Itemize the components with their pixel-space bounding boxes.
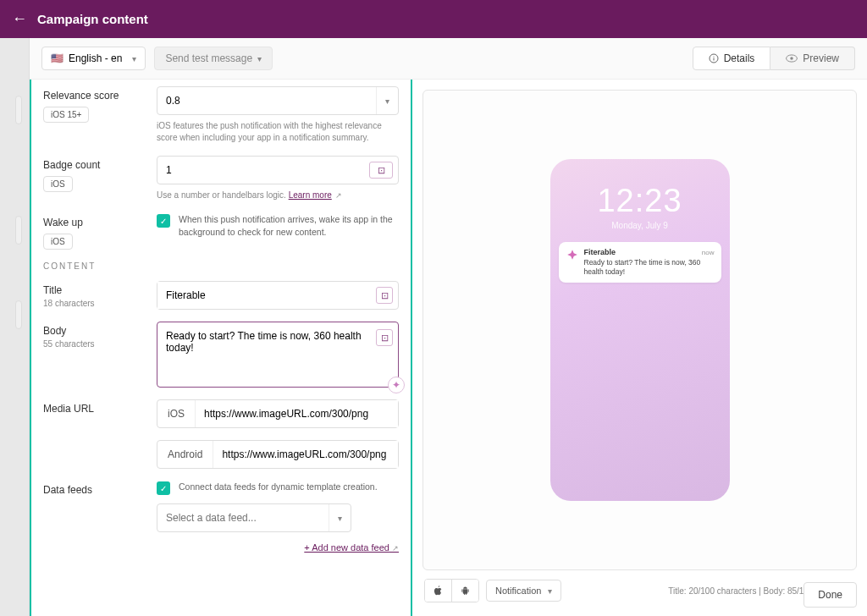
view-mode-segment: Details Preview <box>693 47 855 70</box>
us-flag-icon: 🇺🇸 <box>51 52 64 64</box>
badge-label: Badge count <box>43 159 146 171</box>
title-input[interactable] <box>157 282 376 309</box>
app-icon <box>566 248 579 261</box>
lockscreen-date: Monday, July 9 <box>550 221 730 230</box>
relevance-input[interactable] <box>157 87 376 114</box>
notif-body-text: Ready to start? The time is now, 360 hea… <box>584 258 715 277</box>
svg-point-1 <box>713 56 714 57</box>
relevance-label: Relevance score <box>43 90 146 102</box>
body-row: Body 55 characters ⊡ ✦ <box>43 322 399 388</box>
badge-input[interactable] <box>157 157 369 184</box>
datafeed-select[interactable] <box>157 503 351 532</box>
notification-card: Fiterable now Ready to start? The time i… <box>559 242 721 283</box>
lockscreen-time: 12:23 <box>550 183 730 219</box>
title-label: Title <box>43 284 146 296</box>
brackets-icon[interactable]: ⊡ <box>376 287 393 304</box>
preview-canvas: 12:23 Monday, July 9 Fiterable now <box>422 90 857 570</box>
title-charcount: 18 characters <box>43 299 146 308</box>
platform-tag-ios15: iOS 15+ <box>43 107 89 123</box>
content-section-heading: CONTENT <box>43 261 399 271</box>
platform-tag-ios: iOS <box>43 234 73 250</box>
chevron-down-icon <box>132 52 136 64</box>
phone-mockup: 12:23 Monday, July 9 Fiterable now <box>550 159 730 501</box>
media-url-ios-input[interactable] <box>196 400 398 427</box>
wakeup-row: Wake up iOS ✓ When this push notificatio… <box>43 213 399 250</box>
brackets-icon[interactable]: ⊡ <box>376 329 393 346</box>
app-header: ← Campaign content <box>0 0 867 38</box>
datafeeds-checkbox[interactable]: ✓ <box>157 481 170 495</box>
notif-time: now <box>702 249 715 256</box>
android-icon <box>461 586 470 596</box>
notif-app-name: Fiterable <box>584 248 616 256</box>
title-row: Title 18 characters ⊡ <box>43 281 399 310</box>
badge-row: Badge count iOS ⊡ Use a number or handel… <box>43 156 399 201</box>
ai-sparkle-icon[interactable]: ✦ <box>388 377 405 393</box>
wakeup-desc: When this push notification arrives, wak… <box>179 213 399 238</box>
media-url-android-wrap: Android <box>157 440 399 469</box>
svg-point-4 <box>791 57 794 60</box>
language-selector[interactable]: 🇺🇸 English - en <box>41 47 146 70</box>
editor-toolbar: 🇺🇸 English - en Send test message Detail… <box>30 38 867 80</box>
media-url-ios-row: Media URL iOS <box>43 399 399 428</box>
relevance-row: Relevance score iOS 15+ iOS features the… <box>43 86 399 144</box>
left-gutter <box>0 38 30 616</box>
info-icon <box>709 53 719 63</box>
content-column: 🇺🇸 English - en Send test message Detail… <box>30 38 867 616</box>
platform-toggle <box>424 579 479 602</box>
body-charcount: 55 characters <box>43 339 146 349</box>
preview-tab[interactable]: Preview <box>770 47 855 70</box>
form-panel: Relevance score iOS 15+ iOS features the… <box>30 80 412 616</box>
platform-tag-ios: iOS <box>43 176 73 192</box>
editor-panels: Relevance score iOS 15+ iOS features the… <box>30 80 867 616</box>
datafeeds-row: Data feeds ✓ Connect data feeds for dyna… <box>43 481 399 554</box>
platform-prefix-android: Android <box>157 441 213 468</box>
platform-android-button[interactable] <box>452 580 478 602</box>
external-link-icon: ↗ <box>334 191 343 200</box>
add-data-feed-link[interactable]: + Add new data feed ↗ <box>304 542 399 553</box>
bottom-action-bar: Done <box>803 582 857 608</box>
chevron-down-icon <box>376 87 398 114</box>
chevron-down-icon <box>329 504 351 531</box>
details-tab[interactable]: Details <box>693 47 771 70</box>
body-label: Body <box>43 325 146 337</box>
body-input-wrap: ⊡ ✦ <box>157 322 399 388</box>
learn-more-link[interactable]: Learn more <box>289 190 332 200</box>
badge-input-wrap: ⊡ <box>157 156 399 184</box>
svg-rect-2 <box>713 58 714 61</box>
media-url-ios-wrap: iOS <box>157 399 399 428</box>
apple-icon <box>434 586 443 596</box>
chevron-down-icon <box>257 52 262 64</box>
media-url-label: Media URL <box>43 403 146 415</box>
chevron-down-icon <box>548 586 552 596</box>
relevance-helper: iOS features the push notification with … <box>157 120 399 144</box>
body-textarea[interactable] <box>157 322 398 383</box>
preview-view-select[interactable]: Notification <box>486 580 561 602</box>
gutter-step-ghost <box>15 300 22 329</box>
platform-prefix-ios: iOS <box>157 400 196 427</box>
badge-helper: Use a number or handelbars logic. Learn … <box>157 190 399 201</box>
main: 🇺🇸 English - en Send test message Detail… <box>0 38 867 616</box>
wakeup-label: Wake up <box>43 217 146 228</box>
language-value: English - en <box>69 52 122 64</box>
back-arrow-icon[interactable]: ← <box>12 10 27 28</box>
page-title: Campaign content <box>37 12 148 26</box>
wakeup-checkbox[interactable]: ✓ <box>157 214 170 228</box>
brackets-icon[interactable]: ⊡ <box>369 162 393 179</box>
media-url-android-row: Android <box>43 440 399 469</box>
external-link-icon: ↗ <box>392 544 399 553</box>
gutter-step-ghost <box>15 216 22 245</box>
datafeeds-label: Data feeds <box>43 484 146 496</box>
done-button[interactable]: Done <box>803 582 857 608</box>
datafeed-select-input[interactable] <box>157 504 329 531</box>
preview-panel: 12:23 Monday, July 9 Fiterable now <box>412 80 867 616</box>
datafeeds-desc: Connect data feeds for dynamic template … <box>179 481 378 493</box>
relevance-select[interactable] <box>157 86 399 115</box>
platform-apple-button[interactable] <box>425 580 452 602</box>
media-url-android-input[interactable] <box>213 441 398 468</box>
send-test-button[interactable]: Send test message <box>154 47 273 70</box>
gutter-step-ghost <box>15 96 22 124</box>
preview-footer: Notification Title: 20/100 characters | … <box>422 570 857 606</box>
eye-icon <box>786 54 798 63</box>
title-input-wrap: ⊡ <box>157 281 399 310</box>
